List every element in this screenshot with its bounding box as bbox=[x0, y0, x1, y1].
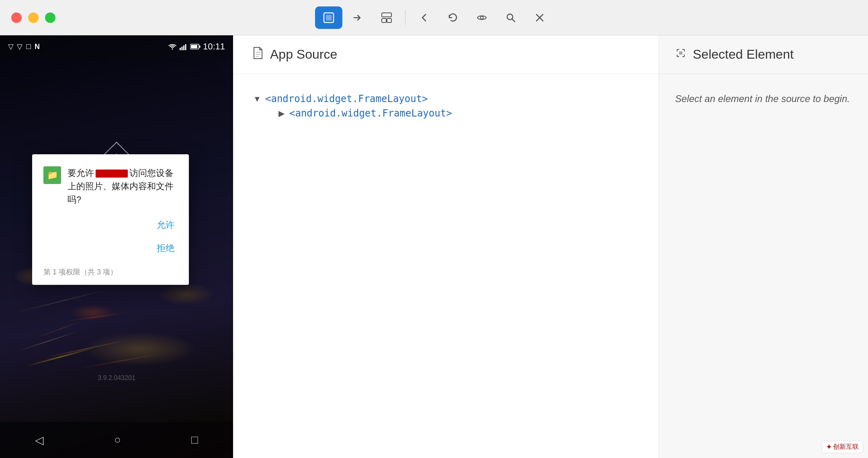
app-name-redacted bbox=[96, 170, 128, 178]
android-nav-bar: ◁ ○ □ bbox=[0, 422, 233, 458]
status-icon-3: ☐ bbox=[26, 43, 31, 51]
battery-icon bbox=[190, 44, 201, 49]
selected-element-icon bbox=[675, 47, 686, 61]
dialog-text: 要允许访问您设备上的照片、媒体内容和文件吗? bbox=[68, 166, 178, 206]
selected-placeholder-text: Select an element in the source to begin… bbox=[675, 93, 850, 104]
logo-text: 创新互联 bbox=[833, 443, 859, 451]
nav-home-button[interactable]: ○ bbox=[114, 433, 121, 446]
svg-point-5 bbox=[480, 16, 483, 19]
status-left-icons: ▽ ▽ ☐ N bbox=[8, 42, 40, 51]
tree-node-2[interactable]: ▶ <android.widget.FrameLayout> bbox=[276, 108, 639, 119]
app-icon: 📁 bbox=[43, 166, 61, 184]
nav-recents-button[interactable]: □ bbox=[191, 433, 198, 446]
layout-tool-button[interactable] bbox=[373, 6, 400, 29]
toolbar-divider bbox=[405, 10, 405, 25]
close-button[interactable] bbox=[526, 6, 553, 29]
svg-rect-10 bbox=[185, 44, 186, 50]
status-icon-2: ▽ bbox=[17, 42, 23, 51]
allow-button[interactable]: 允许 bbox=[150, 214, 181, 236]
dialog-main-text: 要允许访问您设备上的照片、媒体内容和文件吗? bbox=[68, 168, 174, 204]
svg-rect-9 bbox=[183, 45, 184, 50]
tree-toggle-1[interactable]: ▼ bbox=[252, 94, 262, 104]
svg-rect-4 bbox=[387, 18, 391, 22]
svg-rect-7 bbox=[180, 48, 181, 50]
selected-element-header: Selected Element bbox=[659, 35, 868, 74]
status-icon-1: ▽ bbox=[8, 42, 14, 51]
corner-logo: ✦ 创新互联 bbox=[822, 441, 863, 453]
svg-rect-12 bbox=[191, 45, 197, 48]
android-screen: ▽ ▽ ☐ N bbox=[0, 35, 233, 458]
window-controls bbox=[11, 12, 55, 23]
svg-rect-3 bbox=[382, 18, 386, 22]
dialog-header: 📁 要允许访问您设备上的照片、媒体内容和文件吗? bbox=[32, 154, 189, 214]
logo-icon: ✦ bbox=[826, 443, 831, 451]
android-content: 📁 要允许访问您设备上的照片、媒体内容和文件吗? 允许 拒绝 第 1 项权限（共… bbox=[0, 58, 233, 422]
svg-rect-2 bbox=[382, 13, 391, 17]
select-tool-button[interactable] bbox=[315, 6, 342, 29]
app-source-icon bbox=[252, 47, 264, 62]
selected-element-title: Selected Element bbox=[693, 47, 794, 62]
deny-button[interactable]: 拒绝 bbox=[150, 237, 181, 259]
version-text: 3.9.2.043201 bbox=[98, 374, 135, 382]
status-right: 10:11 bbox=[168, 41, 225, 52]
tree-toggle-2[interactable]: ▶ bbox=[276, 108, 286, 118]
folder-icon: 📁 bbox=[47, 170, 58, 180]
svg-rect-8 bbox=[181, 47, 182, 50]
svg-rect-1 bbox=[326, 15, 332, 20]
app-source-title: App Source bbox=[270, 47, 337, 62]
device-panel: ▽ ▽ ☐ N bbox=[0, 35, 233, 458]
toolbar bbox=[315, 6, 553, 29]
app-source-content: ▼ <android.widget.FrameLayout> ▶ <androi… bbox=[233, 74, 659, 458]
tree-label-1[interactable]: <android.widget.FrameLayout> bbox=[265, 93, 428, 104]
eye-button[interactable] bbox=[468, 6, 495, 29]
selected-element-content: Select an element in the source to begin… bbox=[659, 74, 868, 458]
selected-element-panel: Selected Element Select an element in th… bbox=[659, 35, 868, 458]
minimize-window-button[interactable] bbox=[28, 12, 39, 23]
signal-icon bbox=[180, 43, 188, 50]
dialog-buttons: 允许 拒绝 bbox=[32, 214, 189, 262]
close-window-button[interactable] bbox=[11, 12, 22, 23]
maximize-window-button[interactable] bbox=[45, 12, 55, 23]
android-status-bar: ▽ ▽ ☐ N bbox=[0, 35, 233, 58]
dialog-footer: 第 1 项权限（共 3 项） bbox=[32, 262, 189, 285]
titlebar bbox=[0, 0, 868, 35]
svg-rect-13 bbox=[199, 45, 200, 48]
main-content: ▽ ▽ ☐ N bbox=[0, 35, 868, 458]
tree-node-1[interactable]: ▼ <android.widget.FrameLayout> bbox=[252, 93, 639, 104]
refresh-button[interactable] bbox=[439, 6, 467, 29]
back-button[interactable] bbox=[410, 6, 438, 29]
permission-dialog: 📁 要允许访问您设备上的照片、媒体内容和文件吗? 允许 拒绝 第 1 项权限（共… bbox=[32, 154, 189, 285]
tree-label-2[interactable]: <android.widget.FrameLayout> bbox=[289, 108, 452, 119]
status-icon-n: N bbox=[35, 43, 40, 51]
app-source-panel: App Source ▼ <android.widget.FrameLayout… bbox=[233, 35, 659, 458]
status-time: 10:11 bbox=[203, 41, 225, 52]
arrow-tool-button[interactable] bbox=[344, 6, 371, 29]
svg-rect-17 bbox=[679, 51, 682, 55]
app-source-header: App Source bbox=[233, 35, 659, 74]
wifi-icon bbox=[168, 43, 177, 50]
nav-back-button[interactable]: ◁ bbox=[35, 433, 44, 447]
search-button[interactable] bbox=[497, 6, 524, 29]
